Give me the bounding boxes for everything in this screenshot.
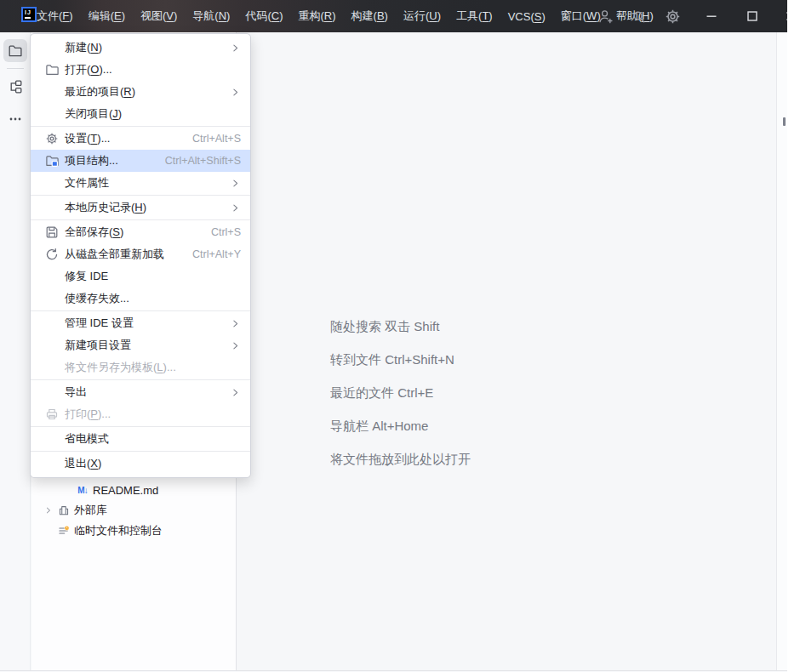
chevron-right-icon[interactable] [44, 506, 58, 515]
menu-separator [31, 126, 250, 127]
scratches-icon [58, 525, 70, 537]
tree-item-label: 外部库 [74, 503, 107, 518]
menu-item-settings[interactable]: 设置(T)...Ctrl+Alt+S [31, 128, 250, 150]
menubar-item-vcs[interactable]: VCS(S) [500, 7, 553, 26]
right-stripe-clipped-icon [783, 117, 786, 126]
folder-icon [44, 63, 59, 77]
project-structure-icon [44, 154, 59, 168]
menu-item-label: 使缓存失效... [65, 291, 241, 306]
file-menu-popup: 新建(N)打开(O)...最近的项目(R)关闭项目(J)设置(T)...Ctrl… [30, 33, 251, 478]
menubar-item-code[interactable]: 代码(C) [237, 5, 290, 27]
menubar-item-refactor[interactable]: 重构(R) [291, 5, 344, 27]
more-tools-button[interactable] [3, 107, 27, 130]
menu-item-label: 项目结构... [65, 153, 155, 168]
project-tool-button[interactable] [3, 39, 27, 62]
editor-welcome-hints: 随处搜索 双击 Shift转到文件 Ctrl+Shift+N最近的文件 Ctrl… [330, 310, 471, 476]
shortcut-hint: 随处搜索 双击 Shift [330, 310, 471, 343]
menu-item-recent-projects[interactable]: 最近的项目(R) [31, 81, 250, 103]
menu-item-label: 关闭项目(J) [65, 106, 241, 122]
menubar-item-edit[interactable]: 编辑(E) [81, 5, 133, 27]
icon-placeholder [44, 176, 59, 191]
save-icon [44, 225, 59, 240]
menu-item-file-properties[interactable]: 文件属性 [31, 172, 250, 194]
menu-item-manage-ide-settings[interactable]: 管理 IDE 设置 [31, 312, 250, 334]
menu-separator [31, 195, 250, 196]
menu-item-label: 设置(T)... [65, 131, 182, 146]
tree-item-scratches[interactable]: 临时文件和控制台 [31, 521, 236, 541]
menu-item-close-project[interactable]: 关闭项目(J) [31, 103, 250, 125]
menu-item-label: 将文件另存为模板(L)... [65, 360, 241, 375]
menu-item-power-save-mode[interactable]: 省电模式 [31, 428, 250, 450]
menubar-item-build[interactable]: 构建(B) [344, 5, 396, 27]
add-user-icon[interactable] [597, 9, 614, 26]
icon-placeholder [44, 292, 59, 306]
menubar-item-tools[interactable]: 工具(T) [449, 5, 500, 27]
refresh-icon [44, 248, 59, 262]
menu-item-label: 打开(O)... [65, 62, 241, 77]
icon-placeholder [44, 41, 59, 55]
menubar-item-run[interactable]: 运行(U) [396, 5, 449, 27]
minimize-button[interactable] [705, 9, 718, 23]
icon-placeholder [44, 457, 59, 471]
icon-placeholder [44, 270, 59, 284]
printer-icon [44, 407, 59, 422]
editor-area: 随处搜索 双击 Shift转到文件 Ctrl+Shift+N最近的文件 Ctrl… [237, 32, 776, 672]
menu-separator [31, 310, 250, 311]
tree-item-external-libraries[interactable]: 外部库 [31, 500, 236, 521]
menu-separator [31, 426, 250, 427]
menu-item-save-all[interactable]: 全部保存(S)Ctrl+S [31, 221, 250, 243]
menubar-item-navigate[interactable]: 导航(N) [185, 5, 237, 27]
menu-item-open[interactable]: 打开(O)... [31, 59, 250, 81]
shortcut-hint: 最近的文件 Ctrl+E [330, 376, 471, 409]
menu-item-shortcut: Ctrl+Alt+Y [192, 248, 241, 260]
menu-item-label: 省电模式 [65, 431, 241, 447]
submenu-arrow-icon [229, 86, 241, 98]
menu-item-label: 新建(N) [65, 40, 229, 55]
tree-item-readme[interactable]: M↓README.md [31, 480, 236, 500]
menu-item-label: 全部保存(S) [65, 225, 201, 240]
menu-item-save-file-as-template[interactable]: 将文件另存为模板(L)... [31, 356, 250, 379]
right-tool-stripe [777, 32, 787, 672]
menu-item-invalidate-caches[interactable]: 使缓存失效... [31, 288, 250, 310]
menu-item-shortcut: Ctrl+Alt+Shift+S [165, 155, 241, 167]
main-menu-bar: 文件(F)编辑(E)视图(V)导航(N)代码(C)重构(R)构建(B)运行(U)… [29, 0, 661, 32]
icon-placeholder [44, 361, 59, 375]
menu-item-local-history[interactable]: 本地历史记录(H) [31, 196, 250, 219]
menu-separator [31, 219, 250, 220]
icon-placeholder [44, 432, 59, 447]
menu-item-label: 新建项目设置 [65, 338, 229, 353]
menu-item-new-project-setup[interactable]: 新建项目设置 [31, 334, 250, 356]
app-window: IJ 文件(F)编辑(E)视图(V)导航(N)代码(C)重构(R)构建(B)运行… [0, 0, 787, 672]
title-bar: IJ 文件(F)编辑(E)视图(V)导航(N)代码(C)重构(R)构建(B)运行… [0, 0, 787, 32]
more-dots-icon [8, 111, 23, 127]
menu-item-shortcut: Ctrl+Alt+S [192, 133, 241, 145]
close-button[interactable] [784, 9, 787, 23]
menu-item-repair-ide[interactable]: 修复 IDE [31, 265, 250, 288]
search-icon[interactable] [631, 9, 648, 26]
markdown-icon: M↓ [77, 484, 89, 496]
submenu-arrow-icon [229, 386, 241, 398]
folder-icon [8, 43, 23, 59]
maximize-button[interactable] [746, 9, 759, 23]
settings-gear-icon[interactable] [665, 9, 682, 26]
menu-item-reload-from-disk[interactable]: 从磁盘全部重新加载Ctrl+Alt+Y [31, 243, 250, 265]
shortcut-hint: 转到文件 Ctrl+Shift+N [330, 343, 471, 376]
menu-item-project-structure[interactable]: 项目结构...Ctrl+Alt+Shift+S [31, 150, 250, 172]
menubar-item-view[interactable]: 视图(V) [133, 5, 185, 27]
submenu-arrow-icon [229, 42, 241, 54]
menubar-item-file[interactable]: 文件(F) [29, 5, 81, 27]
icon-placeholder [44, 385, 59, 400]
menu-item-exit[interactable]: 退出(X) [31, 453, 250, 475]
menu-item-export[interactable]: 导出 [31, 381, 250, 403]
icon-placeholder [44, 339, 59, 353]
submenu-arrow-icon [229, 317, 241, 329]
shortcut-hint: 导航栏 Alt+Home [330, 409, 471, 442]
menu-item-new[interactable]: 新建(N) [31, 37, 250, 59]
submenu-arrow-icon [229, 339, 241, 351]
project-tree: M↓README.md外部库临时文件和控制台 [31, 480, 236, 541]
structure-tool-button[interactable] [3, 75, 27, 98]
menu-item-print[interactable]: 打印(P)... [31, 403, 250, 425]
menu-item-label: 从磁盘全部重新加载 [65, 247, 182, 262]
stripe-separator [7, 68, 24, 69]
icon-placeholder [44, 85, 59, 100]
